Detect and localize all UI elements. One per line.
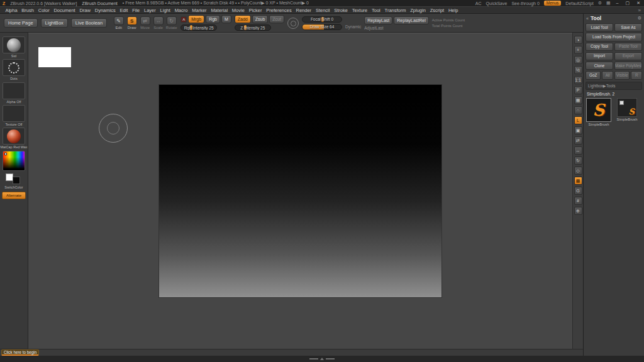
current-tool-slot-label[interactable]: SimpleBrush. 2 (586, 91, 642, 97)
tray-open-arrow-icon[interactable] (320, 358, 324, 360)
menu-marker[interactable]: Marker (190, 7, 209, 14)
alpha-button[interactable] (3, 82, 25, 99)
z-intensity-slider[interactable]: Z Intensity 25 (235, 25, 271, 31)
secondary-color-swatch[interactable] (13, 177, 20, 184)
menubar-overflow-icon[interactable]: » (638, 8, 641, 13)
clone-button[interactable]: Clone (586, 62, 613, 70)
persp-button[interactable]: P (574, 86, 582, 94)
menu-material[interactable]: Material (209, 7, 230, 14)
menu-edit[interactable]: Edit (118, 7, 130, 14)
scale-3d-button[interactable]: ↔ (574, 146, 582, 155)
zoom-button[interactable]: ◎ (574, 56, 582, 64)
menu-alpha[interactable]: Alpha (3, 7, 19, 14)
menu-macro[interactable]: Macro (172, 7, 190, 14)
polyframe-button[interactable]: # (574, 197, 582, 205)
paste-tool-button[interactable]: Paste Tool (614, 43, 642, 51)
close-button[interactable]: ✕ (635, 1, 641, 6)
menu-layer[interactable]: Layer (142, 7, 158, 14)
tray-collapse-icon[interactable]: « (586, 16, 589, 21)
save-as-button[interactable]: Save As (614, 23, 642, 31)
default-zscript-button[interactable]: DefaultZScript (565, 1, 593, 6)
menu-light[interactable]: Light (158, 7, 172, 14)
draw-mode-button[interactable]: S Draw (126, 16, 138, 30)
menu-preferences[interactable]: Preferences (264, 7, 294, 14)
m-button[interactable]: M (221, 15, 231, 23)
menu-render[interactable]: Render (294, 7, 313, 14)
menu-transform[interactable]: Transform (382, 7, 408, 14)
see-through-slider[interactable]: See-through 0 (511, 1, 539, 6)
load-tool-button[interactable]: Load Tool (586, 23, 613, 31)
bpr-render-button[interactable]: ◑ (574, 36, 582, 44)
rotate-mode-button[interactable]: ↻ Rotate (165, 16, 177, 30)
move-mode-button[interactable]: ⇄ Move (139, 16, 151, 30)
canvas-area[interactable] (28, 33, 572, 349)
menu-picker[interactable]: Picker (247, 7, 264, 14)
scroll-button[interactable]: + (574, 46, 582, 54)
quicksave-button[interactable]: QuickSave (486, 1, 508, 6)
home-page-button[interactable]: Home Page (4, 18, 38, 28)
zadd-button[interactable]: Zadd (235, 15, 251, 23)
minimize-button[interactable]: – (615, 1, 620, 6)
menu-draw[interactable]: Draw (77, 7, 92, 14)
make-polymesh3d-button[interactable]: Make PolyMesh3D (614, 62, 642, 70)
zbrush-document[interactable] (159, 85, 441, 297)
stroke-type-button[interactable] (3, 59, 25, 76)
local-transform-button[interactable]: L (574, 116, 582, 124)
grid-button[interactable]: ⊕ (574, 207, 582, 215)
solo-button[interactable]: ◇ (574, 167, 582, 175)
focal-shift-slider[interactable]: Focal Shift 0 (302, 16, 342, 23)
click-here-to-begin-button[interactable]: Click here to begin (1, 349, 39, 356)
menu-zplugin[interactable]: Zplugin (408, 7, 428, 14)
load-tools-from-project-button[interactable]: Load Tools From Project (586, 33, 642, 41)
adjust-last-button[interactable]: AdjustLast (364, 26, 383, 30)
zsub-button[interactable]: Zsub (252, 15, 269, 23)
gear-icon[interactable]: ⚙ (598, 1, 602, 6)
local-symmetry-button[interactable]: ∴ (574, 106, 582, 114)
color-a-toggle[interactable]: A (180, 16, 187, 23)
menu-brush[interactable]: Brush (19, 7, 36, 14)
replay-last-button[interactable]: ReplayLast (364, 16, 392, 25)
menu-tool[interactable]: Tool (370, 7, 383, 14)
draw-size-slider[interactable]: Draw Size 64 (302, 24, 342, 30)
tool-thumb-active[interactable]: S (586, 98, 611, 122)
mrgb-button[interactable]: Mrgb (188, 15, 204, 23)
actual-size-button[interactable]: 1:1 (574, 76, 582, 84)
replay-last-rel-button[interactable]: ReplayLastRel (394, 16, 429, 25)
alternate-button[interactable]: Alternate (2, 192, 26, 199)
export-button[interactable]: Export (614, 52, 642, 60)
palette-gear-icon[interactable]: ⚙ (638, 16, 641, 21)
scale-mode-button[interactable]: ↔ Scale (152, 16, 164, 30)
ac-indicator[interactable]: AC (475, 1, 482, 6)
tray-resize-handle[interactable] (309, 358, 318, 359)
color-picker[interactable] (3, 151, 25, 171)
texture-button[interactable] (3, 105, 25, 122)
menu-stroke[interactable]: Stroke (332, 7, 350, 14)
menus-button[interactable]: Menus (544, 1, 562, 6)
import-button[interactable]: Import (586, 52, 613, 60)
edit-mode-button[interactable]: ✎ Edit (113, 16, 125, 30)
menu-file[interactable]: File (130, 7, 142, 14)
tool-thumb-secondary[interactable]: S (617, 98, 637, 117)
maximize-button[interactable]: ▢ (625, 1, 631, 6)
material-button[interactable] (3, 128, 25, 145)
transparency-button[interactable]: ▩ (574, 177, 582, 185)
menu-stencil[interactable]: Stencil (313, 7, 331, 14)
goz-all-button[interactable]: All (602, 71, 613, 79)
menu-movie[interactable]: Movie (230, 7, 247, 14)
switch-color-button[interactable] (3, 172, 25, 185)
copy-tool-button[interactable]: Copy Tool (586, 43, 613, 51)
ghost-button[interactable]: G (574, 187, 582, 195)
lightbox-button[interactable]: LightBox (41, 18, 68, 28)
rgb-button[interactable]: Rgb (206, 15, 220, 23)
menu-texture[interactable]: Texture (350, 7, 369, 14)
menu-document[interactable]: Document (52, 7, 77, 14)
goz-r-button[interactable]: R (631, 71, 642, 79)
aa-half-button[interactable]: ½ (574, 66, 582, 74)
goz-visible-button[interactable]: Visible (614, 71, 630, 79)
zcut-button[interactable]: Zcut (269, 15, 284, 23)
lightbox-tools-row[interactable]: Lightbox▶Tools (586, 82, 642, 90)
rgb-intensity-slider[interactable]: Rgb Intensity 25 (180, 25, 217, 31)
menu-zscript[interactable]: Zscript (428, 7, 446, 14)
dynamic-toggle[interactable]: Dynamic (345, 25, 361, 29)
menu-help[interactable]: Help (447, 7, 460, 14)
